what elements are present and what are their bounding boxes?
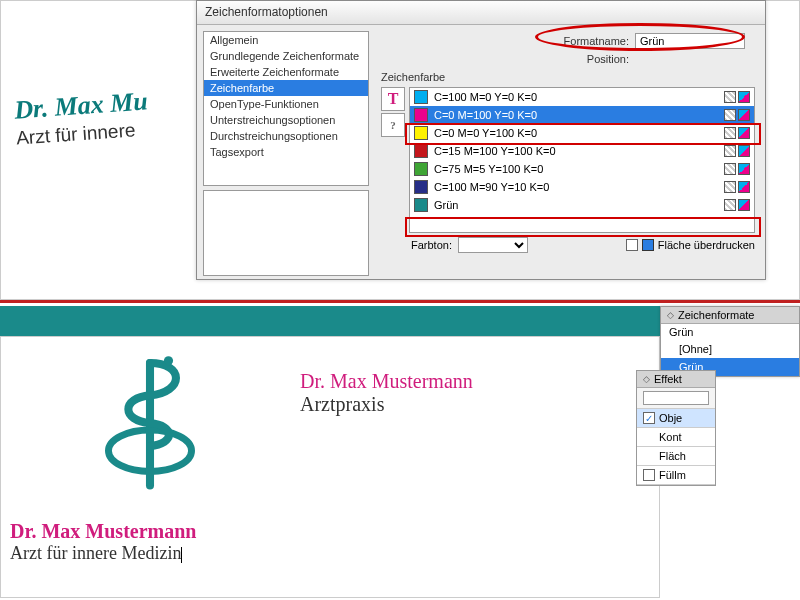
svg-point-1 xyxy=(164,356,173,365)
swatch-row[interactable]: C=75 M=5 Y=100 K=0 xyxy=(410,160,754,178)
effekte-row-kontur[interactable]: Kont xyxy=(637,428,715,447)
effekte-row-flaeche[interactable]: Fläch xyxy=(637,447,715,466)
bottom-text-block[interactable]: Dr. Max Mustermann Arzt für innere Mediz… xyxy=(10,520,196,564)
bottom-subtitle: Arzt für innere Medizin xyxy=(10,543,196,564)
swatch-row[interactable]: C=15 M=100 Y=100 K=0 xyxy=(410,142,754,160)
swatch-chip-icon xyxy=(414,144,428,158)
swatch-editable-icon xyxy=(724,127,736,139)
panel-style-item-none[interactable]: [Ohne] xyxy=(661,340,799,358)
panel-zeichenformate-tab[interactable]: ◇Zeichenformate xyxy=(661,307,799,324)
overprint-label: Fläche überdrucken xyxy=(658,239,755,251)
swatch-row[interactable]: C=0 M=0 Y=100 K=0 xyxy=(410,124,754,142)
swatch-colormodel-icon xyxy=(738,145,750,157)
swatch-chip-icon xyxy=(414,180,428,194)
swatch-colormodel-icon xyxy=(738,127,750,139)
section-list-item[interactable]: Grundlegende Zeichenformate xyxy=(204,48,368,64)
swatch-label: C=75 M=5 Y=100 K=0 xyxy=(434,163,718,175)
swatch-row[interactable]: C=0 M=100 Y=0 K=0 xyxy=(410,106,754,124)
swatch-label: C=0 M=100 Y=0 K=0 xyxy=(434,109,718,121)
swatch-editable-icon xyxy=(724,109,736,121)
swatch-colormodel-icon xyxy=(738,163,750,175)
swatch-editable-icon xyxy=(724,199,736,211)
section-list-item[interactable]: Allgemein xyxy=(204,32,368,48)
section-list-item[interactable]: Zeichenfarbe xyxy=(204,80,368,96)
swatch-row[interactable]: Grün xyxy=(410,196,754,214)
title-block-tilted: Dr. Max Mu Arzt für innere xyxy=(13,86,150,149)
panel-effekte-tab[interactable]: ◇Effekt xyxy=(637,371,715,388)
panel-effekte[interactable]: ◇Effekt ✓Obje Kont Fläch Füllm xyxy=(636,370,716,486)
dialog-section-list[interactable]: AllgemeinGrundlegende ZeichenformateErwe… xyxy=(203,31,369,186)
panel-current-style: Grün xyxy=(661,324,799,340)
swatch-colormodel-icon xyxy=(738,91,750,103)
effekte-row-objekt[interactable]: ✓Obje xyxy=(637,409,715,428)
formatname-input[interactable] xyxy=(635,33,745,49)
chevron-icon: ◇ xyxy=(667,310,674,320)
practice-text-block: Dr. Max Mustermann Arztpraxis xyxy=(300,370,473,416)
section-list-item[interactable]: Durchstreichungsoptionen xyxy=(204,128,368,144)
swatch-chip-icon xyxy=(414,198,428,212)
effekte-row-fuellmethode[interactable]: Füllm xyxy=(637,466,715,485)
bottom-title: Dr. Max Mustermann xyxy=(10,520,196,543)
swatch-row[interactable]: C=100 M=0 Y=0 K=0 xyxy=(410,88,754,106)
swatch-label: C=0 M=0 Y=100 K=0 xyxy=(434,127,718,139)
swatch-chip-icon xyxy=(414,162,428,176)
section-list-item[interactable]: Erweiterte Zeichenformate xyxy=(204,64,368,80)
practice-title: Dr. Max Mustermann xyxy=(300,370,473,393)
section-list-item[interactable]: Unterstreichungsoptionen xyxy=(204,112,368,128)
overprint-checkbox[interactable] xyxy=(626,239,638,251)
checkbox-icon[interactable] xyxy=(643,469,655,481)
dialog-description-area xyxy=(203,190,369,276)
swatch-chip-icon xyxy=(414,108,428,122)
swatch-chip-icon xyxy=(414,90,428,104)
dialog-title: Zeichenformatoptionen xyxy=(197,1,765,25)
swatch-label: C=100 M=0 Y=0 K=0 xyxy=(434,91,718,103)
text-cursor xyxy=(181,547,182,563)
swatch-list[interactable]: C=100 M=0 Y=0 K=0C=0 M=100 Y=0 K=0C=0 M=… xyxy=(409,87,755,233)
swatch-label: C=100 M=90 Y=10 K=0 xyxy=(434,181,718,193)
chevron-icon: ◇ xyxy=(643,374,650,384)
text-fill-icon[interactable]: T xyxy=(381,87,405,111)
position-label: Position: xyxy=(587,53,629,65)
practice-subtitle: Arztpraxis xyxy=(300,393,473,416)
farbton-label: Farbton: xyxy=(411,239,452,251)
rod-of-asclepius-icon xyxy=(90,340,210,490)
red-divider xyxy=(0,300,800,303)
formatname-label: Formatname: xyxy=(564,35,629,47)
dialog-left-pane: AllgemeinGrundlegende ZeichenformateErwe… xyxy=(197,25,375,279)
panel-zeichenformate[interactable]: ◇Zeichenformate Grün [Ohne] Grün xyxy=(660,306,800,377)
zeichenfarbe-heading: Zeichenfarbe xyxy=(381,71,755,83)
swatch-editable-icon xyxy=(724,163,736,175)
fill-chip-icon xyxy=(642,239,654,251)
swatch-colormodel-icon xyxy=(738,109,750,121)
swatch-label: C=15 M=100 Y=100 K=0 xyxy=(434,145,718,157)
swatch-colormodel-icon xyxy=(738,181,750,193)
section-list-item[interactable]: OpenType-Funktionen xyxy=(204,96,368,112)
character-style-options-dialog: Zeichenformatoptionen AllgemeinGrundlege… xyxy=(196,0,766,280)
swatch-row[interactable]: C=100 M=90 Y=10 K=0 xyxy=(410,178,754,196)
section-list-item[interactable]: Tagsexport xyxy=(204,144,368,160)
effekte-filter-input[interactable] xyxy=(643,391,709,405)
dialog-right-pane: Formatname: Position: Zeichenfarbe T ? C… xyxy=(375,25,765,279)
help-icon[interactable]: ? xyxy=(381,113,405,137)
swatch-editable-icon xyxy=(724,181,736,193)
swatch-chip-icon xyxy=(414,126,428,140)
farbton-select[interactable] xyxy=(458,237,528,253)
swatch-editable-icon xyxy=(724,145,736,157)
swatch-colormodel-icon xyxy=(738,199,750,211)
checkbox-icon[interactable]: ✓ xyxy=(643,412,655,424)
swatch-label: Grün xyxy=(434,199,718,211)
swatch-editable-icon xyxy=(724,91,736,103)
teal-band xyxy=(0,306,660,336)
